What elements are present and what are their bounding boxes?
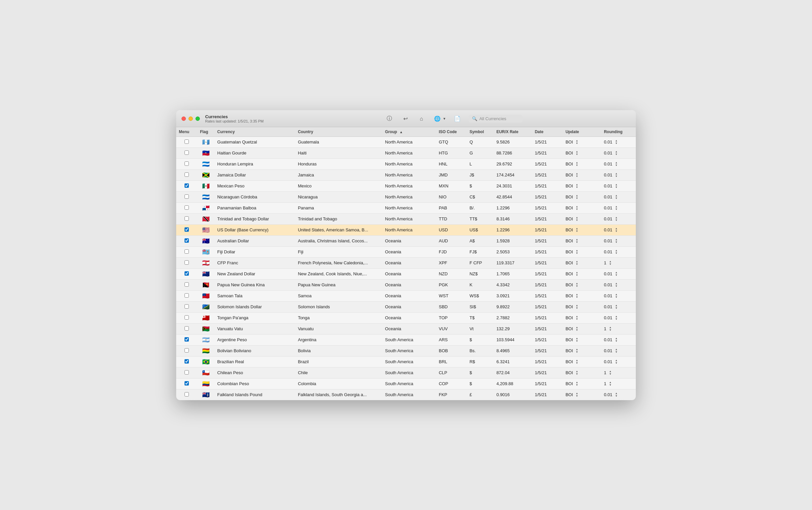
stepper-down[interactable]: ▼ [576,175,578,178]
stepper-down[interactable]: ▼ [609,329,611,332]
close-button[interactable] [181,117,186,121]
update-stepper[interactable]: ▲ ▼ [576,381,578,387]
col-header-iso[interactable]: ISO Code [436,127,467,137]
row-menu-cell[interactable] [176,137,197,148]
row-checkbox[interactable] [184,183,189,188]
update-stepper[interactable]: ▲ ▼ [576,282,578,288]
update-stepper[interactable]: ▲ ▼ [576,173,578,178]
rounding-stepper[interactable]: ▲ ▼ [615,183,617,189]
row-checkbox[interactable] [184,173,189,177]
update-stepper[interactable]: ▲ ▼ [576,271,578,277]
row-checkbox[interactable] [184,205,189,210]
stepper-down[interactable]: ▼ [576,241,578,244]
row-checkbox[interactable] [184,359,189,363]
stepper-down[interactable]: ▼ [615,230,617,233]
stepper-down[interactable]: ▼ [615,142,617,145]
update-stepper[interactable]: ▲ ▼ [576,359,578,364]
update-stepper[interactable]: ▲ ▼ [576,337,578,342]
col-header-update[interactable]: Update [563,127,601,137]
rounding-stepper[interactable]: ▲ ▼ [609,326,611,332]
row-menu-cell[interactable] [176,246,197,257]
update-stepper[interactable]: ▲ ▼ [576,183,578,189]
update-stepper[interactable]: ▲ ▼ [576,150,578,156]
rounding-stepper[interactable]: ▲ ▼ [615,348,617,354]
rounding-stepper[interactable]: ▲ ▼ [615,249,617,255]
rounding-stepper[interactable]: ▲ ▼ [615,228,617,233]
stepper-down[interactable]: ▼ [576,351,578,354]
rounding-stepper[interactable]: ▲ ▼ [615,315,617,321]
row-menu-cell[interactable] [176,312,197,323]
row-menu-cell[interactable] [176,224,197,235]
update-stepper[interactable]: ▲ ▼ [576,304,578,309]
update-stepper[interactable]: ▲ ▼ [576,370,578,376]
stepper-down[interactable]: ▼ [615,252,617,255]
rounding-stepper[interactable]: ▲ ▼ [615,337,617,342]
update-stepper[interactable]: ▲ ▼ [576,228,578,233]
update-stepper[interactable]: ▲ ▼ [576,161,578,167]
rounding-stepper[interactable]: ▲ ▼ [615,271,617,277]
stepper-down[interactable]: ▼ [615,307,617,309]
stepper-down[interactable]: ▼ [615,318,617,321]
row-menu-cell[interactable] [176,323,197,334]
row-checkbox[interactable] [184,238,189,243]
rounding-stepper[interactable]: ▲ ▼ [615,161,617,167]
info-button[interactable]: ⓘ [385,114,394,123]
stepper-down[interactable]: ▼ [576,296,578,299]
stepper-down[interactable]: ▼ [576,384,578,387]
stepper-down[interactable]: ▼ [576,164,578,167]
update-stepper[interactable]: ▲ ▼ [576,249,578,255]
stepper-down[interactable]: ▼ [576,263,578,266]
rounding-stepper[interactable]: ▲ ▼ [615,194,617,200]
col-header-group[interactable]: Group ▲ [382,127,436,137]
rounding-stepper[interactable]: ▲ ▼ [615,293,617,299]
stepper-down[interactable]: ▼ [576,285,578,288]
row-checkbox[interactable] [184,249,189,254]
col-header-symbol[interactable]: Symbol [467,127,494,137]
row-menu-cell[interactable] [176,213,197,224]
update-stepper[interactable]: ▲ ▼ [576,194,578,200]
row-checkbox[interactable] [184,150,189,155]
document-button[interactable]: 📄 [453,114,462,123]
maximize-button[interactable] [196,117,200,121]
rounding-stepper[interactable]: ▲ ▼ [615,140,617,145]
stepper-down[interactable]: ▼ [609,263,611,266]
stepper-down[interactable]: ▼ [576,395,578,397]
stepper-down[interactable]: ▼ [615,340,617,342]
row-menu-cell[interactable] [176,180,197,191]
row-menu-cell[interactable] [176,301,197,312]
stepper-down[interactable]: ▼ [576,307,578,309]
row-menu-cell[interactable] [176,158,197,170]
update-stepper[interactable]: ▲ ▼ [576,392,578,397]
rounding-stepper[interactable]: ▲ ▼ [615,205,617,211]
stepper-down[interactable]: ▼ [615,175,617,178]
update-stepper[interactable]: ▲ ▼ [576,216,578,222]
row-checkbox[interactable] [184,315,189,320]
stepper-down[interactable]: ▼ [615,362,617,364]
stepper-down[interactable]: ▼ [576,219,578,222]
row-menu-cell[interactable] [176,235,197,246]
stepper-down[interactable]: ▼ [615,296,617,299]
row-menu-cell[interactable] [176,191,197,202]
rounding-stepper[interactable]: ▲ ▼ [615,173,617,178]
stepper-down[interactable]: ▼ [576,318,578,321]
minimize-button[interactable] [188,117,193,121]
update-stepper[interactable]: ▲ ▼ [576,315,578,321]
stepper-down[interactable]: ▼ [576,252,578,255]
rounding-stepper[interactable]: ▲ ▼ [609,370,611,376]
update-stepper[interactable]: ▲ ▼ [576,348,578,354]
update-stepper[interactable]: ▲ ▼ [576,205,578,211]
rounding-stepper[interactable]: ▲ ▼ [615,392,617,397]
rounding-stepper[interactable]: ▲ ▼ [609,381,611,387]
row-checkbox[interactable] [184,370,189,374]
row-menu-cell[interactable] [176,345,197,356]
rounding-stepper[interactable]: ▲ ▼ [615,282,617,288]
row-menu-cell[interactable] [176,279,197,290]
stepper-down[interactable]: ▼ [615,285,617,288]
col-header-country[interactable]: Country [295,127,382,137]
col-header-rate[interactable]: EUR/X Rate [494,127,532,137]
globe-button[interactable]: 🌐 [433,114,442,123]
search-input[interactable] [479,116,519,121]
row-menu-cell[interactable] [176,148,197,158]
row-checkbox[interactable] [184,228,189,232]
row-menu-cell[interactable] [176,202,197,213]
